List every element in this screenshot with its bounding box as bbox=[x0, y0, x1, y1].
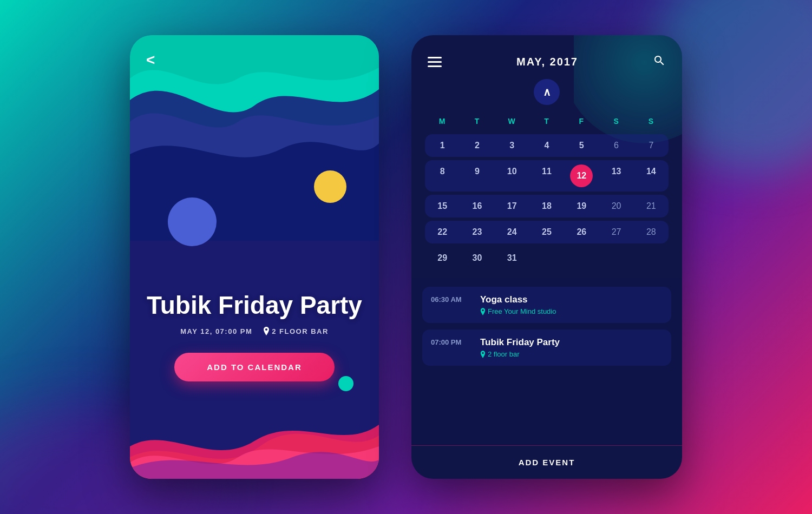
day-13[interactable]: 13 bbox=[599, 160, 633, 192]
week-row-1: 1 2 3 4 5 6 7 bbox=[425, 134, 669, 157]
calendar-grid: M T W T F S S 1 2 3 4 5 6 7 8 9 10 11 12 bbox=[411, 107, 682, 278]
day-17[interactable]: 17 bbox=[495, 195, 529, 218]
event-content-area: Tubik Friday Party MAY 12, 07:00 PM 2 FL… bbox=[130, 292, 379, 381]
event-title: Tubik Friday Party bbox=[130, 292, 379, 319]
day-10[interactable]: 10 bbox=[495, 160, 529, 192]
day-24[interactable]: 24 bbox=[495, 221, 529, 243]
day-18[interactable]: 18 bbox=[529, 195, 564, 218]
day-8[interactable]: 8 bbox=[425, 160, 460, 192]
day-header-s2: S bbox=[634, 113, 669, 130]
event-item-yoga[interactable]: 06:30 AM Yoga class Free Your Mind studi… bbox=[422, 287, 671, 323]
day-9[interactable]: 9 bbox=[460, 160, 494, 192]
day-1[interactable]: 1 bbox=[425, 134, 460, 157]
search-icon bbox=[653, 54, 666, 67]
party-location-icon bbox=[480, 351, 486, 358]
day-28[interactable]: 28 bbox=[634, 221, 669, 243]
top-waves-svg bbox=[130, 35, 379, 241]
day-header-m: M bbox=[425, 113, 460, 130]
event-location: 2 FLOOR BAR bbox=[263, 327, 329, 335]
day-header-f: F bbox=[564, 113, 599, 130]
yoga-title: Yoga class bbox=[480, 294, 556, 305]
day-31[interactable]: 31 bbox=[495, 247, 529, 269]
yoga-time: 06:30 AM bbox=[431, 294, 472, 304]
day-7[interactable]: 7 bbox=[634, 134, 669, 157]
deco-circle-yellow bbox=[314, 170, 346, 203]
day-30[interactable]: 30 bbox=[460, 247, 494, 269]
add-event-button[interactable]: ADD EVENT bbox=[411, 445, 682, 479]
week-row-4: 22 23 24 25 26 27 28 bbox=[425, 221, 669, 243]
day-header-t2: T bbox=[529, 113, 564, 130]
prev-month-button[interactable] bbox=[534, 79, 560, 105]
day-empty-4 bbox=[634, 247, 669, 269]
event-date: MAY 12, 07:00 PM bbox=[180, 327, 252, 335]
day-11[interactable]: 11 bbox=[529, 160, 564, 192]
day-25[interactable]: 25 bbox=[529, 221, 564, 243]
day-empty-3 bbox=[599, 247, 633, 269]
event-meta: MAY 12, 07:00 PM 2 FLOOR BAR bbox=[130, 327, 379, 335]
selected-day-indicator: 12 bbox=[570, 164, 593, 187]
add-to-calendar-button[interactable]: ADD TO CALENDAR bbox=[174, 353, 335, 381]
day-header-t1: T bbox=[460, 113, 494, 130]
location-icon bbox=[263, 327, 270, 335]
month-year-label: MAY, 2017 bbox=[516, 56, 578, 68]
day-3[interactable]: 3 bbox=[495, 134, 529, 157]
day-22[interactable]: 22 bbox=[425, 221, 460, 243]
event-item-party[interactable]: 07:00 PM Tubik Friday Party 2 floor bar bbox=[422, 330, 671, 366]
menu-button[interactable] bbox=[428, 57, 442, 67]
days-header: M T W T F S S bbox=[425, 113, 669, 130]
yoga-info: Yoga class Free Your Mind studio bbox=[480, 294, 556, 315]
day-5[interactable]: 5 bbox=[564, 134, 599, 157]
party-title: Tubik Friday Party bbox=[480, 337, 560, 348]
day-2[interactable]: 2 bbox=[460, 134, 494, 157]
yoga-venue: Free Your Mind studio bbox=[480, 307, 556, 315]
yoga-location-icon bbox=[480, 308, 486, 315]
day-27[interactable]: 27 bbox=[599, 221, 633, 243]
day-16[interactable]: 16 bbox=[460, 195, 494, 218]
day-4[interactable]: 4 bbox=[529, 134, 564, 157]
day-empty-2 bbox=[564, 247, 599, 269]
day-20[interactable]: 20 bbox=[599, 195, 633, 218]
day-12[interactable]: 12 bbox=[564, 160, 599, 192]
calendar-phone: MAY, 2017 M T W T F S S 1 2 3 4 5 6 bbox=[411, 35, 682, 479]
day-19[interactable]: 19 bbox=[564, 195, 599, 218]
party-info: Tubik Friday Party 2 floor bar bbox=[480, 337, 560, 358]
event-detail-phone: < Tubik Friday Party MAY 12, 07:00 PM 2 … bbox=[130, 35, 379, 479]
day-empty-1 bbox=[529, 247, 564, 269]
day-header-w: W bbox=[495, 113, 529, 130]
day-14[interactable]: 14 bbox=[634, 160, 669, 192]
day-26[interactable]: 26 bbox=[564, 221, 599, 243]
events-section: 06:30 AM Yoga class Free Your Mind studi… bbox=[411, 278, 682, 445]
day-21[interactable]: 21 bbox=[634, 195, 669, 218]
party-time: 07:00 PM bbox=[431, 337, 472, 346]
back-button[interactable]: < bbox=[146, 51, 155, 69]
day-29[interactable]: 29 bbox=[425, 247, 460, 269]
deco-circle-blue bbox=[168, 197, 217, 246]
top-wave-area bbox=[130, 35, 379, 241]
calendar-header: MAY, 2017 bbox=[411, 35, 682, 75]
day-6[interactable]: 6 bbox=[599, 134, 633, 157]
week-row-2: 8 9 10 11 12 13 14 bbox=[425, 160, 669, 192]
week-row-3: 15 16 17 18 19 20 21 bbox=[425, 195, 669, 218]
day-header-s1: S bbox=[599, 113, 633, 130]
deco-circle-teal bbox=[338, 376, 353, 391]
search-button[interactable] bbox=[653, 54, 666, 69]
day-23[interactable]: 23 bbox=[460, 221, 494, 243]
calendar-nav bbox=[411, 75, 682, 107]
day-15[interactable]: 15 bbox=[425, 195, 460, 218]
party-venue: 2 floor bar bbox=[480, 350, 560, 358]
week-row-5: 29 30 31 bbox=[425, 247, 669, 269]
